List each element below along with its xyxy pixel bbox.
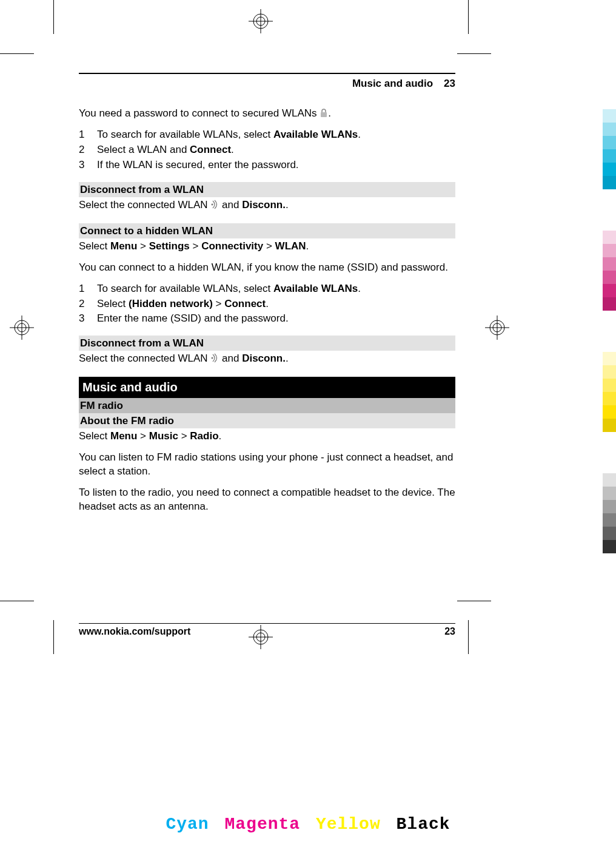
section-title-bar: Music and audio [79,377,455,398]
about-fm-heading: About the FM radio [79,413,455,428]
running-header: Music and audio 23 [79,78,455,90]
yellow-label: Yellow [316,815,381,834]
registration-mark-icon [485,316,509,342]
hidden-wlan-block: Connect to a hidden WLAN Select Menu > S… [79,223,455,366]
footer-url: www.nokia.com/support [79,626,190,637]
crop-mark [53,620,54,654]
registration-mark-icon [10,316,34,342]
svg-rect-16 [321,112,327,117]
steps-hidden-wlan: 1To search for available WLANs, select A… [79,282,455,326]
color-bar-cyan [603,109,616,189]
crop-mark [0,53,34,54]
registration-mark-icon [249,9,273,36]
wlan-signal-icon [210,353,219,363]
lock-icon [320,108,328,118]
disconnect-heading-2: Disconnect from a WLAN [79,336,455,351]
hidden-wlan-desc: You can connect to a hidden WLAN, if you… [79,261,455,275]
magenta-label: Magenta [224,815,300,834]
wlan-signal-icon [210,200,219,209]
svg-point-18 [212,357,213,359]
black-label: Black [397,815,450,834]
svg-point-17 [212,203,213,205]
disconnect-block-1: Disconnect from a WLAN Select the connec… [79,182,455,212]
color-bar-magenta [603,231,616,311]
footer-page: 23 [444,626,455,637]
crop-mark [468,620,469,654]
color-bar-gray [603,473,616,553]
page-footer: www.nokia.com/support 23 [79,623,455,637]
crop-mark [457,601,491,601]
fm-radio-heading: FM radio [79,398,455,413]
fm-para1: You can listen to FM radio stations usin… [79,451,455,479]
cyan-label: Cyan [166,815,209,834]
hidden-wlan-heading: Connect to a hidden WLAN [79,223,455,238]
crop-mark [468,0,469,34]
header-title: Music and audio [352,78,433,90]
steps-connect-wlan: 1To search for available WLANs, select A… [79,128,455,172]
crop-mark [457,53,491,54]
disconnect-heading: Disconnect from a WLAN [79,182,455,197]
process-color-labels: Cyan Magenta Yellow Black [0,815,616,834]
fm-path: Select Menu > Music > Radio. [79,430,455,444]
header-page: 23 [444,78,455,90]
color-bar-yellow [603,352,616,432]
header-rule [79,73,455,74]
fm-para2: To listen to the radio, you need to conn… [79,486,455,514]
hidden-wlan-path: Select Menu > Settings > Connectivity > … [79,240,455,254]
crop-mark [0,601,34,601]
crop-mark [53,0,54,34]
page-content: Music and audio 23 You need a password t… [79,73,455,637]
secured-wlan-note: You need a password to connect to secure… [79,107,455,121]
